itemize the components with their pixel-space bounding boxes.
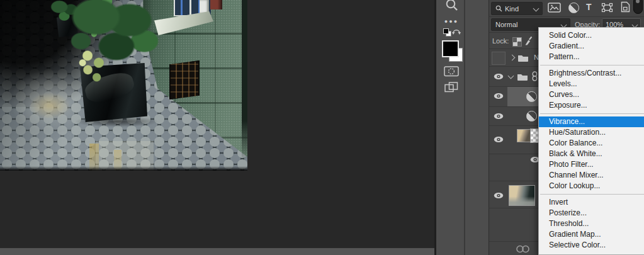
layer-filtering-toggle[interactable] [633,0,643,14]
menu-item-exposure[interactable]: Exposure... [539,100,644,111]
window-frame-post [200,0,209,13]
divider [434,0,436,255]
status-strip [0,248,489,255]
menu-item-levels[interactable]: Levels... [539,79,644,89]
smart-object-filter-icon [620,1,630,13]
zoom-tool[interactable] [443,0,460,13]
basement-grate [169,60,200,99]
eye-icon [494,73,504,80]
blend-mode-value: Normal [495,21,517,28]
folder-icon [517,54,529,62]
background-layer-thumbnail[interactable] [509,185,535,206]
menu-item-color-balance[interactable]: Color Balance... [539,138,644,149]
menu-item-brightness-contrast[interactable]: Brightness/Contrast... [539,68,644,79]
light-variegated-shrub [76,44,111,86]
tools-panel [436,0,464,255]
adjustment-layer-icon[interactable] [526,91,537,102]
kind-label: Kind [505,5,519,13]
adjustment-layer-icon[interactable] [526,111,537,122]
menu-item-invert[interactable]: Invert [539,197,644,208]
filter-type-layers-button[interactable]: T [586,2,592,12]
menu-item-gradient[interactable]: Gradient... [539,41,644,52]
filter-smart-objects-button[interactable] [620,1,630,13]
divider [489,16,644,17]
chevron-down-icon [533,6,539,12]
menu-item-selective-color[interactable]: Selective Color... [539,240,644,251]
lock-label: Lock: [492,37,509,45]
document-canvas[interactable] [0,0,247,171]
menu-item-pattern[interactable]: Pattern... [539,52,644,62]
swap-colors-icon[interactable] [451,26,462,35]
menu-item-photo-filter[interactable]: Photo Filter... [539,159,644,170]
layer-thumbnail[interactable] [517,129,531,142]
menu-item-threshold[interactable]: Threshold... [539,218,644,229]
quick-mask-mode-button[interactable] [443,64,460,79]
menu-separator [540,194,644,195]
panel-dock-spacer [465,0,489,255]
foreground-color-swatch[interactable] [442,40,459,57]
photo-bottom-edge [0,166,247,171]
eye-icon [494,93,504,99]
menu-item-black-white[interactable]: Black & White... [539,149,644,159]
menu-separator [540,113,644,114]
menu-item-gradient-map[interactable]: Gradient Map... [539,229,644,240]
quick-mask-icon [444,66,459,77]
layer-visibility-eye[interactable] [494,93,504,99]
shape-filter-icon [601,3,613,13]
search-icon [495,5,502,12]
menu-item-vibrance[interactable]: Vibrance... [539,116,644,127]
default-colors-icon[interactable] [443,28,449,34]
layer-visibility-toggle-empty[interactable] [492,52,506,65]
menu-item-channel-mixer[interactable]: Channel Mixer... [539,170,644,181]
layer-visibility-eye[interactable] [494,192,504,199]
open-folder-icon [517,72,528,81]
image-filter-icon [548,3,561,13]
eye-icon [494,136,504,143]
magnifier-icon [444,0,459,12]
maroon-object [210,0,222,9]
new-adjustment-layer-menu: Solid Color... Gradient... Pattern... Br… [538,27,644,255]
brush-icon [524,36,533,46]
layer-filter-kind-dropdown[interactable]: Kind [491,2,543,15]
group-name-fragment: N [534,54,538,62]
wall-shadow-edge [242,0,247,161]
filter-pixel-layers-button[interactable] [548,3,561,13]
screen-mode-button[interactable] [443,79,460,94]
link-badge-icon [532,71,538,81]
warm-glare [30,93,69,118]
menu-item-posterize[interactable]: Posterize... [539,208,644,218]
eye-icon [494,113,504,120]
filter-shape-layers-button[interactable] [601,3,613,13]
lock-transparent-pixels-icon[interactable] [512,37,522,47]
photoshop-window: ●●● Kind [0,0,644,255]
menu-item-hue-saturation[interactable]: Hue/Saturation... [539,127,644,138]
screen-mode-icon [444,82,458,93]
divider [464,0,465,255]
link-layers-button[interactable] [515,245,531,253]
layer-visibility-eye[interactable] [494,73,504,80]
filter-adjustment-layers-button[interactable] [568,3,579,13]
lock-image-pixels-icon[interactable] [524,36,533,46]
eye-icon [494,192,504,199]
link-layers-icon [515,245,531,253]
menu-item-color-lookup[interactable]: Color Lookup... [539,181,644,191]
menu-separator [540,65,644,65]
layer-visibility-eye[interactable] [494,113,504,120]
menu-item-curves[interactable]: Curves... [539,89,644,100]
layer-visibility-eye[interactable] [494,136,504,143]
menu-item-solid-color[interactable]: Solid Color... [539,30,644,41]
